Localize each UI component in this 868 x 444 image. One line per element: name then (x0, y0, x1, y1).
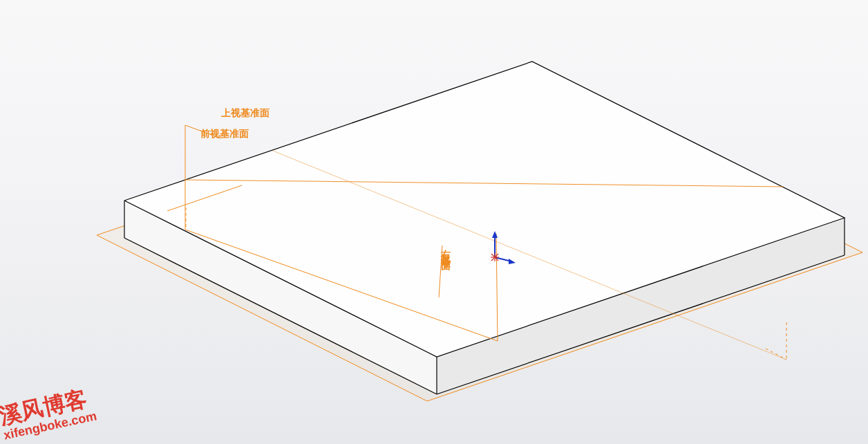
solid-edge-right-bottom (437, 255, 845, 394)
right-plane-label: 右视基准面 (440, 242, 452, 256)
top-plane-line-left (167, 185, 242, 211)
right-plane-line-b (439, 246, 442, 297)
right-plane-dash-a (766, 349, 786, 360)
top-plane-line-long (185, 180, 783, 187)
svg-marker-1 (492, 231, 498, 238)
scene-svg (0, 0, 868, 444)
watermark-url: xifengboke.com (2, 409, 97, 443)
solid-front-face (124, 201, 437, 394)
front-plane-border (185, 125, 498, 341)
solid-top-face (124, 62, 845, 357)
cad-viewport[interactable]: 上视基准面 前视基准面 右视基准面 溪风博客 xifengboke.com (0, 0, 868, 444)
svg-line-6 (491, 254, 498, 261)
top-plane-fill (97, 86, 862, 401)
front-plane-label: 前视基准面 (200, 128, 249, 140)
origin-triad (491, 231, 516, 264)
watermark-title: 溪风博客 (0, 386, 95, 427)
solid-right-face (437, 218, 845, 394)
svg-marker-3 (509, 259, 516, 264)
svg-line-7 (491, 254, 498, 261)
watermark: 溪风博客 xifengboke.com (0, 385, 98, 444)
svg-line-2 (495, 257, 511, 261)
front-plane-top (185, 125, 221, 138)
solid-edge-front-bottom (124, 238, 437, 394)
top-plane-label: 上视基准面 (221, 107, 270, 120)
solid-edge-top (124, 62, 845, 357)
top-plane-border (97, 86, 862, 401)
right-plane-line-a (273, 151, 786, 360)
